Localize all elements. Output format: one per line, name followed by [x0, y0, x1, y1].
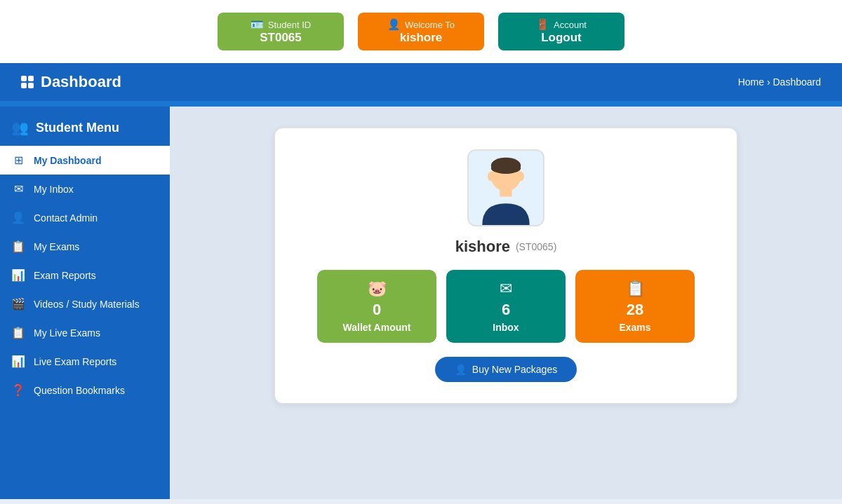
dashboard-icon: ⊞ — [11, 154, 25, 167]
student-id-label: Student ID — [268, 20, 311, 30]
main-layout: 👥 Student Menu ⊞ My Dashboard ✉ My Inbox… — [0, 107, 842, 499]
sidebar-item-videos[interactable]: 🎬 Videos / Study Materials — [0, 290, 170, 318]
sidebar-item-inbox[interactable]: ✉ My Inbox — [0, 175, 170, 203]
sidebar: 👥 Student Menu ⊞ My Dashboard ✉ My Inbox… — [0, 107, 170, 499]
sidebar-label-bookmarks: Question Bookmarks — [34, 385, 125, 396]
sidebar-item-my-exams[interactable]: 📋 My Exams — [0, 232, 170, 261]
inbox-label: Inbox — [493, 322, 519, 333]
exams-card[interactable]: 📋 28 Exams — [575, 270, 695, 343]
breadcrumb-current: Dashboard — [773, 76, 822, 88]
exams-icon: 📋 — [11, 240, 25, 253]
profile-id-badge: (ST0065) — [516, 241, 556, 252]
student-id-button[interactable]: 🪪 Student ID ST0065 — [218, 13, 344, 50]
sidebar-item-exam-reports[interactable]: 📊 Exam Reports — [0, 261, 170, 290]
welcome-button[interactable]: 👤 Welcome To kishore — [358, 13, 484, 50]
wallet-amount: 0 — [373, 301, 381, 319]
buy-packages-button[interactable]: 👤 Buy New Packages — [435, 357, 577, 382]
svg-point-3 — [491, 163, 521, 173]
reports-icon: 📊 — [11, 268, 25, 282]
sidebar-label-my-exams: My Exams — [34, 241, 79, 252]
inbox-count: 6 — [502, 301, 510, 319]
videos-icon: 🎬 — [11, 297, 25, 311]
user-icon: 👤 — [387, 18, 401, 31]
welcome-value: kishore — [400, 31, 442, 45]
dashboard-title: Dashboard — [41, 73, 121, 91]
grid-icon — [21, 76, 34, 88]
student-menu-title: Student Menu — [36, 121, 119, 135]
sidebar-label-videos: Videos / Study Materials — [34, 299, 140, 310]
sidebar-label-live-exams: My Live Exams — [34, 327, 100, 339]
exams-stat-icon: 📋 — [626, 280, 645, 298]
breadcrumb: Home › Dashboard — [738, 76, 821, 88]
id-card-icon: 🪪 — [250, 18, 264, 31]
inbox-card[interactable]: ✉ 6 Inbox — [446, 270, 566, 343]
account-button[interactable]: 🚪 Account Logout — [498, 13, 624, 50]
blue-divider — [0, 101, 842, 107]
sidebar-label-live-exam-reports: Live Exam Reports — [34, 356, 116, 367]
breadcrumb-separator: › — [767, 76, 773, 88]
logout-icon: 🚪 — [536, 18, 549, 31]
top-bar: 🪪 Student ID ST0065 👤 Welcome To kishore… — [0, 0, 842, 63]
sidebar-item-bookmarks[interactable]: ❓ Question Bookmarks — [0, 376, 170, 404]
dashboard-title-container: Dashboard — [21, 73, 121, 91]
sidebar-item-dashboard[interactable]: ⊞ My Dashboard — [0, 146, 170, 175]
breadcrumb-home: Home — [738, 76, 764, 88]
profile-card: kishore (ST0065) 🐷 0 Wallet Amount ✉ 6 I… — [274, 128, 737, 404]
live-exams-icon: 📋 — [11, 326, 25, 339]
exams-count: 28 — [627, 301, 643, 319]
sidebar-label-exam-reports: Exam Reports — [34, 270, 96, 281]
profile-name: kishore — [455, 238, 510, 256]
inbox-stat-icon: ✉ — [500, 280, 512, 298]
sidebar-item-live-exam-reports[interactable]: 📊 Live Exam Reports — [0, 347, 170, 376]
account-value: Logout — [541, 31, 582, 45]
svg-rect-4 — [500, 189, 512, 197]
sidebar-item-live-exams[interactable]: 📋 My Live Exams — [0, 318, 170, 347]
avatar — [467, 149, 544, 226]
bookmarks-icon: ❓ — [11, 383, 25, 397]
student-menu-icon: 👥 — [11, 119, 29, 136]
wallet-label: Wallet Amount — [343, 322, 411, 333]
welcome-label: Welcome To — [405, 20, 455, 30]
contact-icon: 👤 — [11, 211, 25, 224]
buy-packages-container: 👤 Buy New Packages — [296, 357, 716, 382]
svg-point-6 — [517, 172, 524, 181]
buy-packages-label: Buy New Packages — [472, 364, 557, 375]
stats-row: 🐷 0 Wallet Amount ✉ 6 Inbox 📋 28 Exams — [296, 270, 716, 343]
exams-label: Exams — [619, 322, 650, 333]
live-reports-icon: 📊 — [11, 355, 25, 368]
student-id-value: ST0065 — [260, 31, 302, 45]
wallet-card[interactable]: 🐷 0 Wallet Amount — [317, 270, 436, 343]
account-label: Account — [554, 20, 587, 30]
sidebar-label-inbox: My Inbox — [34, 184, 74, 195]
wallet-icon: 🐷 — [368, 280, 387, 298]
student-menu-header: 👥 Student Menu — [0, 107, 170, 146]
sidebar-label-contact: Contact Admin — [34, 212, 98, 224]
svg-point-5 — [488, 172, 495, 181]
dashboard-header: Dashboard Home › Dashboard — [0, 63, 842, 101]
sidebar-label-dashboard: My Dashboard — [34, 155, 101, 166]
sidebar-item-contact-admin[interactable]: 👤 Contact Admin — [0, 203, 170, 232]
avatar-container — [296, 149, 716, 226]
inbox-icon: ✉ — [11, 182, 25, 196]
content-area: kishore (ST0065) 🐷 0 Wallet Amount ✉ 6 I… — [170, 107, 842, 499]
profile-name-row: kishore (ST0065) — [296, 238, 716, 256]
buy-icon: 👤 — [455, 364, 467, 375]
